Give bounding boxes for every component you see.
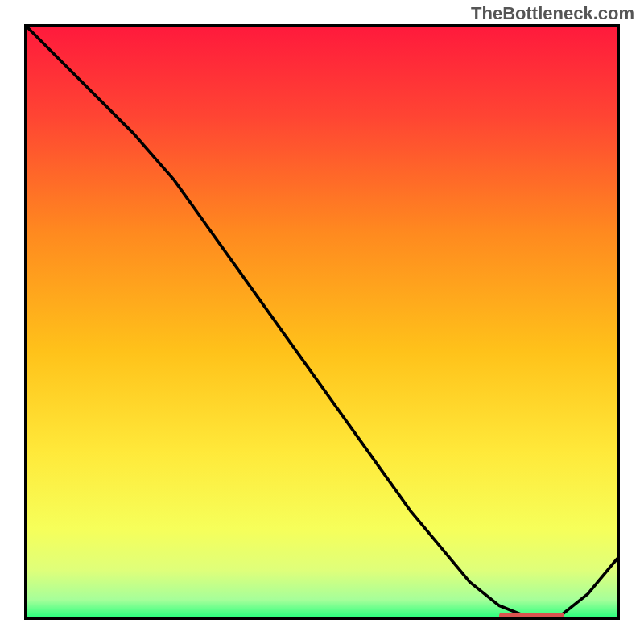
watermark-text: TheBottleneck.com [471,3,634,24]
chart-line-curve [27,27,617,617]
chart-plot-area [24,24,620,620]
bottleneck-curve [27,27,617,617]
optimal-range-marker [499,613,564,619]
